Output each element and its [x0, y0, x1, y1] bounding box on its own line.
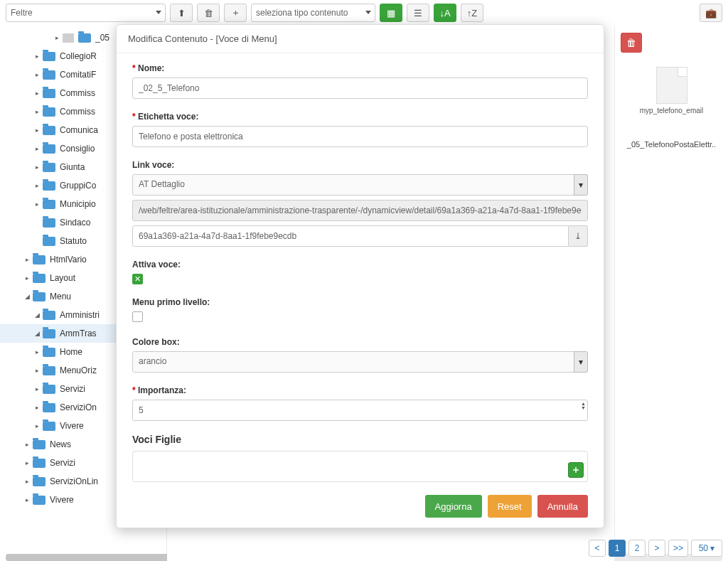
expand-arrow-icon[interactable]: ▸	[33, 182, 41, 189]
colore-label: Colore box:	[132, 337, 588, 347]
delete-button[interactable]: 🗑	[197, 4, 220, 22]
link-guid-input[interactable]	[132, 225, 569, 247]
tree-item-label: Commiss	[60, 107, 95, 117]
expand-arrow-icon[interactable]: ▸	[23, 478, 31, 485]
expand-arrow-icon[interactable]: ▸	[33, 385, 41, 392]
chevron-down-icon	[156, 11, 161, 14]
expand-arrow-icon[interactable]: ◢	[23, 293, 31, 300]
folder-icon	[33, 496, 46, 505]
tree-item-label: Giunta	[60, 162, 85, 172]
pager-last[interactable]: >>	[668, 540, 688, 557]
tree-h-scrollbar[interactable]	[6, 554, 167, 561]
expand-arrow-icon[interactable]: ▸	[33, 422, 41, 429]
attiva-checkbox[interactable]: ✕	[132, 274, 143, 284]
nome-input[interactable]	[132, 78, 588, 99]
expand-arrow-icon[interactable]: ◢	[33, 311, 41, 319]
pager-prev[interactable]: <	[589, 540, 606, 557]
folder-icon	[43, 52, 55, 61]
cancel-button[interactable]: Annulla	[537, 495, 588, 518]
briefcase-button[interactable]: 💼	[700, 4, 722, 22]
folder-icon	[43, 126, 55, 135]
update-button[interactable]: Aggiorna	[425, 495, 482, 518]
expand-arrow-icon[interactable]: ▸	[23, 256, 31, 263]
reset-button[interactable]: Reset	[488, 495, 532, 518]
folder-icon	[43, 311, 55, 320]
attachment-card[interactable]: myp_telefono_email	[640, 67, 704, 114]
tree-item-label: Layout	[50, 273, 75, 283]
expand-arrow-icon[interactable]: ▸	[33, 145, 41, 152]
add-button[interactable]: ＋	[224, 4, 247, 22]
folder-icon	[43, 366, 55, 375]
expand-arrow-icon[interactable]: ▸	[33, 404, 41, 411]
tree-item-label: Consiglio	[60, 144, 95, 154]
expand-arrow-icon[interactable]: ▸	[23, 441, 31, 448]
pager: < 1 2 > >> 50 ▾	[589, 540, 722, 557]
attachments-pane: 🗑 myp_telefono_email _05_TelefonoPostaEl…	[614, 26, 728, 561]
tree-item-label: GruppiCo	[60, 181, 96, 191]
folder-icon	[43, 70, 55, 80]
view-grid-button[interactable]: ▦	[380, 4, 402, 22]
expand-arrow-icon[interactable]: ▸	[33, 53, 41, 60]
attiva-label: Attiva voce:	[132, 260, 588, 269]
add-child-button[interactable]: ＋	[568, 462, 584, 478]
tree-item-label: ServiziOnLin	[50, 476, 98, 486]
pager-page-2[interactable]: 2	[628, 540, 646, 557]
tree-item-label: Commiss	[60, 88, 95, 98]
folder-icon	[43, 422, 55, 431]
importanza-input[interactable]	[132, 400, 588, 421]
expand-arrow-icon[interactable]: ◢	[33, 330, 41, 337]
download-icon[interactable]: ⤓	[569, 225, 588, 247]
expand-arrow-icon[interactable]: ▸	[23, 459, 31, 466]
tree-item-label: Vivere	[50, 495, 74, 505]
chevron-down-icon[interactable]: ▾	[574, 174, 588, 196]
tree-item-label: Servizi	[50, 458, 75, 468]
tree-item-label: ComitatiF	[60, 70, 96, 80]
folder-icon	[43, 237, 55, 246]
expand-arrow-icon[interactable]: ▸	[33, 71, 41, 78]
upload-button[interactable]: ⬆	[170, 4, 193, 22]
link-label: Link voce:	[132, 160, 588, 170]
folder-icon	[43, 107, 55, 117]
colore-select[interactable]: arancio	[132, 351, 588, 373]
content-type-selector[interactable]: seleziona tipo contenuto	[251, 4, 375, 22]
expand-arrow-icon[interactable]: ▸	[33, 164, 41, 171]
delete-attachment-button[interactable]: 🗑	[621, 33, 642, 53]
menu-primo-checkbox[interactable]	[132, 311, 143, 322]
tree-item-label: MenuOriz	[60, 365, 97, 375]
expand-arrow-icon[interactable]: ▸	[23, 274, 31, 282]
expand-arrow-icon[interactable]: ▸	[53, 34, 61, 41]
importanza-stepper[interactable]: ▲▼	[581, 402, 586, 410]
chevron-down-icon	[365, 11, 371, 14]
pager-size[interactable]: 50 ▾	[691, 540, 722, 557]
tree-item-label: Municipio	[60, 199, 96, 209]
nome-label: * Nome:	[132, 63, 588, 73]
expand-arrow-icon[interactable]: ▸	[33, 127, 41, 134]
folder-icon	[43, 329, 55, 338]
tree-item-label: Comunica	[60, 125, 98, 135]
expand-arrow-icon[interactable]: ▸	[33, 201, 41, 208]
tree-item-label: Menu	[50, 292, 71, 301]
sort-asc-button[interactable]: ↓A	[434, 4, 456, 22]
edit-modal: Modifica Contenuto - [Voce di Menu] * No…	[116, 24, 604, 528]
view-list-button[interactable]: ☰	[407, 4, 429, 22]
site-selector[interactable]: Feltre	[6, 4, 166, 22]
expand-arrow-icon[interactable]: ▸	[23, 496, 31, 503]
etichetta-input[interactable]	[132, 126, 588, 147]
expand-arrow-icon[interactable]: ▸	[33, 90, 41, 97]
sort-desc-button[interactable]: ↑Z	[461, 4, 483, 22]
etichetta-label: * Etichetta voce:	[132, 112, 588, 122]
link-type-select[interactable]: AT Dettaglio	[132, 174, 588, 196]
expand-arrow-icon[interactable]: ▸	[33, 348, 41, 356]
pager-next[interactable]: >	[648, 540, 665, 557]
attachment-file-label: myp_telefono_email	[640, 107, 704, 114]
pager-page-1[interactable]: 1	[609, 540, 626, 557]
top-toolbar: Feltre ⬆ 🗑 ＋ seleziona tipo contenuto ▦ …	[0, 0, 728, 26]
folder-icon	[43, 200, 55, 209]
expand-arrow-icon[interactable]: ▸	[33, 367, 41, 374]
expand-arrow-icon[interactable]: ▸	[33, 108, 41, 115]
modal-title: Modifica Contenuto - [Voce di Menu]	[117, 25, 604, 53]
folder-icon	[43, 403, 55, 412]
tree-item-label: ServiziOn	[60, 402, 97, 412]
chevron-down-icon[interactable]: ▾	[574, 351, 588, 373]
folder-icon	[43, 163, 55, 172]
